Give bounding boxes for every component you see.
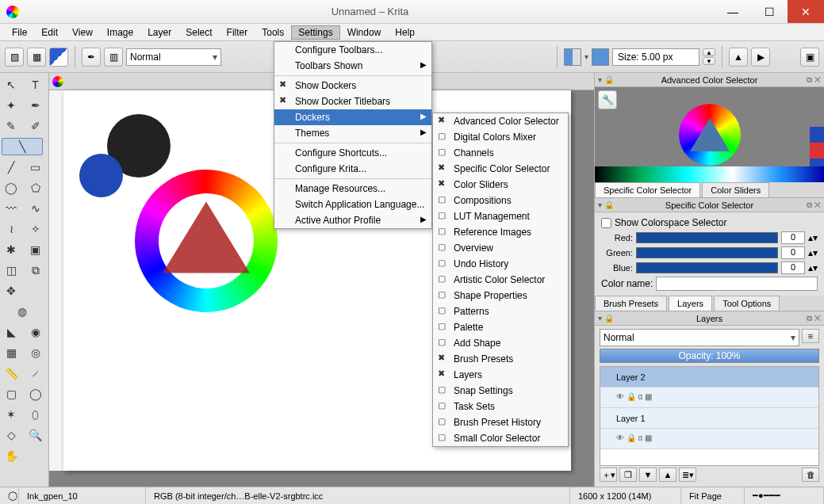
deform-tool[interactable]: ◫: [2, 262, 21, 279]
docker-digital-colors-mixer[interactable]: Digital Colors Mixer▢: [433, 129, 568, 145]
menu-help[interactable]: Help: [388, 25, 422, 40]
layer-row[interactable]: Layer 2: [600, 367, 818, 388]
mirror-v-button[interactable]: ▶: [751, 48, 770, 67]
contiguous-select-tool[interactable]: ✶: [2, 406, 21, 423]
maximize-button[interactable]: ☐: [751, 0, 788, 23]
docker-task-sets[interactable]: Task Sets▢: [433, 399, 568, 414]
layer-props-button[interactable]: ≣▾: [679, 468, 696, 482]
menu-tools[interactable]: Tools: [255, 25, 291, 40]
docker-small-color-selector[interactable]: Small Color Selector▢: [433, 430, 568, 446]
menu-window[interactable]: Window: [340, 25, 389, 40]
layer-filter-button[interactable]: ≡: [802, 329, 819, 343]
zoom-combo[interactable]: Fit Page: [681, 487, 745, 504]
polygon-tool[interactable]: ⬠: [26, 179, 45, 197]
menuitem-show-docker-titlebars[interactable]: Show Docker Titlebars✖: [274, 94, 431, 109]
docker-artistic-color-selector[interactable]: Artistic Color Selector▢: [433, 272, 568, 288]
edit-shapes-tool[interactable]: ✎: [2, 117, 21, 135]
layer-list[interactable]: Layer 2 👁 🔒 α ▦ Layer 1 👁 🔒 α ▦: [600, 366, 819, 466]
fg-swatch[interactable]: [564, 48, 581, 66]
zoom-tool[interactable]: 🔍: [26, 426, 45, 444]
docker-palette[interactable]: Palette▢: [433, 319, 568, 335]
docker-add-shape[interactable]: Add Shape▢: [433, 335, 568, 351]
pan-tool[interactable]: ✋: [2, 447, 21, 464]
docker-undo-history[interactable]: Undo History▢: [433, 256, 568, 272]
ellipse-tool[interactable]: ◯: [2, 179, 21, 197]
blue-slider[interactable]: [636, 262, 778, 273]
docker-lut-management[interactable]: LUT Management▢: [433, 208, 568, 224]
mirror-h-button[interactable]: ▲: [729, 48, 748, 67]
menu-filter[interactable]: Filter: [220, 25, 255, 40]
freehand-path-tool[interactable]: ≀: [2, 220, 21, 238]
docker-reference-images[interactable]: Reference Images▢: [433, 224, 568, 240]
settings-menu[interactable]: Configure Toolbars...Toolbars Shown▶Show…: [274, 41, 432, 229]
menu-edit[interactable]: Edit: [34, 25, 65, 40]
menuitem-configure-shortcuts-[interactable]: Configure Shortcuts...: [274, 145, 431, 161]
docker-channels[interactable]: Channels▢: [433, 145, 568, 161]
docker-specific-color-selector[interactable]: Specific Color Selector✖: [433, 161, 568, 177]
opacity-slider[interactable]: Opacity: 100%: [600, 349, 819, 363]
layers-title[interactable]: Layers: [595, 311, 824, 326]
blend-mode-combo[interactable]: Normal: [126, 48, 221, 66]
docker-compositions[interactable]: Compositions▢: [433, 193, 568, 208]
red-value[interactable]: 0: [781, 231, 805, 244]
ellipse-select-tool[interactable]: ◯: [26, 385, 45, 403]
transform-tool[interactable]: ▣: [26, 241, 45, 258]
add-layer-button[interactable]: ＋▾: [600, 468, 617, 482]
dyna-tool[interactable]: ✧: [26, 220, 45, 238]
workspace-button[interactable]: ▣: [800, 48, 819, 67]
menu-select[interactable]: Select: [178, 25, 219, 40]
path-select-tool[interactable]: ◇: [2, 426, 21, 444]
menuitem-toolbars-shown[interactable]: Toolbars Shown▶: [274, 58, 431, 74]
tab-tool-options[interactable]: Tool Options: [714, 296, 780, 311]
move-tool[interactable]: ↖: [2, 76, 21, 94]
rect-select-tool[interactable]: ▢: [2, 385, 21, 403]
brush-editor-button[interactable]: ▥: [104, 48, 123, 67]
menu-settings[interactable]: Settings: [291, 25, 339, 40]
dockers-submenu[interactable]: Advanced Color Selector✖Digital Colors M…: [432, 113, 569, 447]
bezier-tool[interactable]: ∿: [26, 200, 45, 217]
zoom-slider[interactable]: ━●━━━: [745, 487, 824, 504]
calligraphy-tool[interactable]: ✒: [26, 97, 45, 114]
menu-layer[interactable]: Layer: [140, 25, 178, 40]
tab-brush-presets[interactable]: Brush Presets: [595, 296, 667, 311]
menuitem-show-dockers[interactable]: Show Dockers✖: [274, 78, 431, 94]
menu-image[interactable]: Image: [100, 25, 140, 40]
docker-advanced-color-selector[interactable]: Advanced Color Selector✖: [433, 113, 568, 129]
gradient-button[interactable]: ▨: [5, 48, 24, 67]
brush-preset-button[interactable]: ✒: [82, 48, 101, 67]
delete-layer-button[interactable]: 🗑: [802, 468, 819, 482]
move-down-button[interactable]: ▼: [639, 468, 657, 482]
docker-patterns[interactable]: Patterns▢: [433, 304, 568, 319]
menuitem-configure-krita-[interactable]: Configure Krita...: [274, 161, 431, 177]
color-picker-tool[interactable]: ◉: [26, 323, 45, 341]
pattern-tool[interactable]: ▦: [2, 344, 21, 361]
green-value[interactable]: 0: [781, 246, 805, 259]
tab-layers[interactable]: Layers: [669, 296, 712, 311]
assistant-tool[interactable]: ◎: [26, 344, 45, 361]
gradient-tool[interactable]: ◣: [2, 323, 21, 341]
tab-color-sliders[interactable]: Color Sliders: [702, 182, 769, 197]
docker-overview[interactable]: Overview▢: [433, 240, 568, 256]
menuitem-manage-resources-[interactable]: Manage Resources...: [274, 181, 431, 197]
acs-title[interactable]: Advanced Color Selector: [595, 73, 824, 87]
menuitem-themes[interactable]: Themes▶: [274, 125, 431, 141]
line-tool[interactable]: ╱: [2, 158, 21, 176]
close-button[interactable]: ✕: [788, 0, 824, 23]
menuitem-switch-application-language-[interactable]: Switch Application Language...: [274, 197, 431, 212]
docker-brush-presets[interactable]: Brush Presets✖: [433, 351, 568, 367]
freehand-brush-tool[interactable]: ╲: [2, 138, 43, 155]
move-layer-tool[interactable]: ✥: [2, 282, 21, 300]
scs-title[interactable]: Specific Color Selector: [595, 198, 824, 212]
pattern-edit-tool[interactable]: ✦: [2, 97, 21, 114]
acs-config-icon[interactable]: 🔧: [598, 90, 617, 109]
menu-view[interactable]: View: [65, 25, 100, 40]
menuitem-configure-toolbars-[interactable]: Configure Toolbars...: [274, 42, 431, 58]
red-slider[interactable]: [636, 232, 778, 243]
duplicate-layer-button[interactable]: ❐: [619, 468, 637, 482]
pattern-button[interactable]: ▦: [27, 48, 46, 67]
crop-tool[interactable]: ⧉: [26, 262, 45, 279]
text-tool[interactable]: T: [26, 76, 45, 94]
layer-blend-combo[interactable]: Normal: [600, 329, 799, 346]
pencil-tool[interactable]: ✐: [26, 117, 45, 135]
minimize-button[interactable]: —: [715, 0, 751, 23]
